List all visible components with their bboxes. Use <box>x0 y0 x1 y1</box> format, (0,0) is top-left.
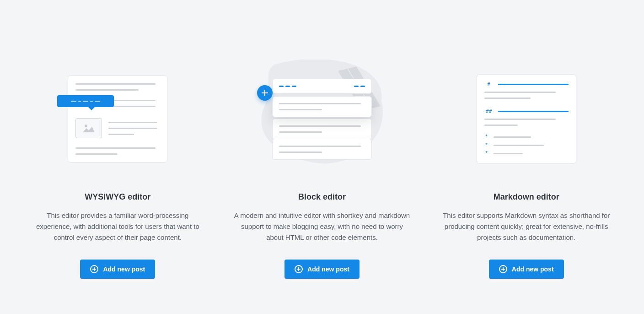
image-placeholder-icon <box>75 118 102 138</box>
wysiwyg-illustration <box>49 64 186 174</box>
block-card-2 <box>272 96 372 117</box>
block-title: Block editor <box>298 192 346 202</box>
wysiwyg-card: WYSIWYG editor This editor provides a fa… <box>29 64 206 279</box>
block-card-1 <box>272 79 372 94</box>
plus-circle-icon <box>90 265 98 273</box>
md-h2-symbol: ## <box>484 109 494 114</box>
tooltip-icon <box>57 95 114 107</box>
plus-circle-icon <box>295 265 303 273</box>
wysiwyg-title: WYSIWYG editor <box>85 192 150 202</box>
block-card-4 <box>272 139 372 160</box>
add-block-button-icon <box>257 85 273 101</box>
block-card-3 <box>272 119 372 140</box>
wysiwyg-add-post-button[interactable]: Add new post <box>80 260 155 279</box>
markdown-card: # ## * * * Markdown editor This edito <box>438 64 615 279</box>
editor-cards: WYSIWYG editor This editor provides a fa… <box>29 64 615 279</box>
button-label: Add new post <box>103 265 145 273</box>
block-illustration <box>253 64 391 174</box>
md-bullet-symbol: * <box>484 151 489 156</box>
markdown-add-post-button[interactable]: Add new post <box>489 260 564 279</box>
md-bullet-symbol: * <box>484 142 489 148</box>
wysiwyg-document-icon <box>68 76 167 162</box>
md-bullet-symbol: * <box>484 134 489 140</box>
block-card: Block editor A modern and intuitive edit… <box>234 64 411 279</box>
button-label: Add new post <box>512 265 554 273</box>
block-description: A modern and intuitive editor with short… <box>234 210 411 243</box>
md-h1-symbol: # <box>484 82 494 87</box>
markdown-description: This editor supports Markdown syntax as … <box>438 210 615 243</box>
block-add-post-button[interactable]: Add new post <box>284 260 360 279</box>
md-bullets: * * * <box>484 134 569 156</box>
markdown-title: Markdown editor <box>494 192 559 202</box>
wysiwyg-description: This editor provides a familiar word-pro… <box>29 210 206 243</box>
markdown-document-icon: # ## * * * <box>477 74 576 164</box>
button-label: Add new post <box>307 265 349 273</box>
svg-point-0 <box>85 125 87 127</box>
markdown-illustration: # ## * * * <box>458 64 595 174</box>
plus-circle-icon <box>499 265 507 273</box>
